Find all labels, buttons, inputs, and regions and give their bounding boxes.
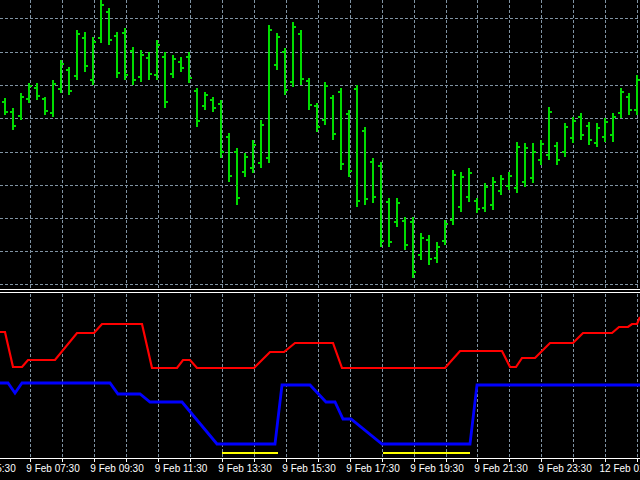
time-axis-label: 9 Feb 11:30 bbox=[155, 463, 208, 474]
time-axis-label: 9 Feb 19:30 bbox=[410, 463, 464, 474]
time-axis-label: 12 Feb 01:30 bbox=[600, 463, 640, 474]
time-axis-label: 9 Feb 09:30 bbox=[90, 463, 144, 474]
mt4-chart-screenshot: 9 Feb 05:309 Feb 07:309 Feb 09:309 Feb 1… bbox=[0, 0, 640, 480]
time-axis-label: 9 Feb 23:30 bbox=[538, 463, 592, 474]
time-axis-label: 9 Feb 15:30 bbox=[282, 463, 336, 474]
chart-background bbox=[0, 0, 640, 480]
time-axis-label: 9 Feb 05:30 bbox=[0, 463, 16, 474]
chart-canvas[interactable]: 9 Feb 05:309 Feb 07:309 Feb 09:309 Feb 1… bbox=[0, 0, 640, 480]
time-axis-label: 9 Feb 21:30 bbox=[474, 463, 528, 474]
time-axis-label: 9 Feb 17:30 bbox=[346, 463, 400, 474]
time-axis-label: 9 Feb 13:30 bbox=[218, 463, 272, 474]
time-axis-label: 9 Feb 07:30 bbox=[26, 463, 80, 474]
